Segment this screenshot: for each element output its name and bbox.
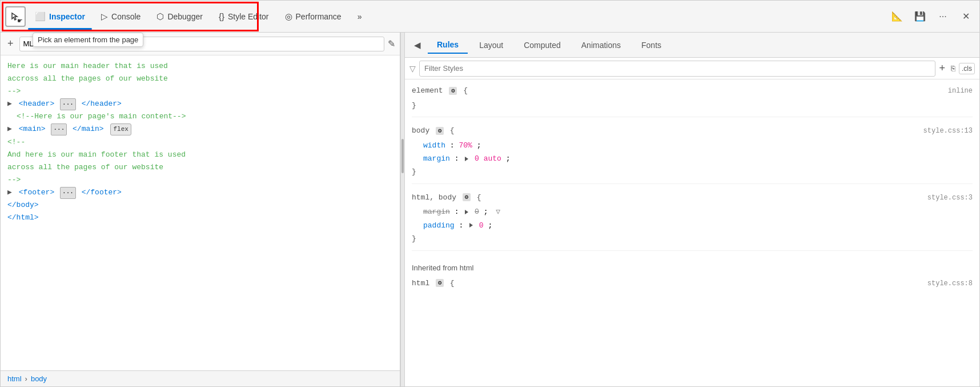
breadcrumb-body[interactable]: body	[31, 374, 47, 383]
prop-width-value[interactable]: 70%	[459, 141, 472, 150]
tab-fonts-label: Fonts	[641, 41, 661, 50]
scrollbar-thumb[interactable]	[401, 139, 404, 173]
performance-icon: ◎	[285, 11, 292, 22]
rule-source-html-body: style.css:3	[927, 192, 973, 205]
comment-text-2: accross all the pages of our website	[7, 74, 168, 83]
main-expand-badge[interactable]: ···	[51, 123, 67, 135]
menu-button[interactable]: ···	[934, 7, 952, 26]
tab-console[interactable]: ▷ Console	[94, 8, 147, 25]
filter-property-icon[interactable]: ▽	[496, 208, 500, 216]
more-tabs-button[interactable]: »	[351, 9, 369, 25]
footer-expand-badge[interactable]: ···	[60, 187, 76, 199]
comment-text-6: And here is our main footer that is used	[7, 150, 186, 159]
padding-arrow-icon[interactable]	[469, 223, 473, 228]
html-body-properties: margin : 0 ; ▽ padding : 0 ;	[412, 205, 973, 232]
save-button[interactable]: 💾	[911, 7, 929, 26]
tab-rules-label: Rules	[437, 40, 459, 49]
main-open-tag: <main>	[19, 125, 46, 133]
body-properties: width : 70% ; margin : 0 auto ;	[412, 139, 973, 166]
devtools-container: Pick an element from the page ☛ ⬜ Inspec…	[0, 0, 980, 387]
header-open-tag: <header>	[19, 99, 54, 108]
prop-margin-name[interactable]: margin	[423, 154, 450, 163]
more-tabs-label: »	[358, 12, 362, 21]
save-icon: 💾	[914, 11, 926, 22]
tab-performance[interactable]: ◎ Performance	[278, 8, 348, 25]
gear-icon[interactable]: ⚙	[449, 87, 457, 95]
html-body-close-brace: }	[412, 234, 416, 243]
comment-text-7: across all the pages of our website	[7, 163, 163, 171]
sub-tabs: ◀ Rules Layout Computed Animations Fonts	[405, 33, 979, 58]
margin-arrow-icon[interactable]	[465, 157, 468, 161]
tab-inspector[interactable]: ⬜ Inspector	[28, 8, 92, 25]
flex-badge[interactable]: flex	[110, 123, 131, 135]
header-expand-badge[interactable]: ···	[60, 98, 76, 110]
ruler-button[interactable]: 📐	[888, 7, 906, 26]
tab-debugger[interactable]: ⬡ Debugger	[150, 8, 210, 25]
tab-layout[interactable]: Layout	[470, 37, 512, 53]
html-open-brace: {	[450, 279, 455, 288]
cls-button[interactable]: .cls	[959, 63, 975, 74]
header-node[interactable]: ▶ <header> ··· </header>	[7, 98, 393, 110]
rule-html-header: html ⚙ { style.css:8	[412, 277, 973, 290]
tab-rules[interactable]: Rules	[428, 37, 468, 54]
comment-line-2: accross all the pages of our website	[7, 73, 393, 85]
body-selector-text: body	[412, 126, 429, 135]
breadcrumb-html[interactable]: html	[7, 374, 22, 383]
html-selector-text: html	[412, 279, 429, 288]
expand-footer-icon[interactable]: ▶	[7, 186, 14, 199]
filter-bar: ▽ + ⎘ .cls	[405, 58, 979, 79]
toolbar-right: 📐 💾 ··· ✕	[888, 7, 975, 26]
add-node-button[interactable]: +	[5, 38, 16, 50]
comment-line-3: -->	[7, 85, 393, 98]
margin-arrow2-icon[interactable]	[465, 210, 468, 214]
prop-padding-value[interactable]: 0	[479, 221, 484, 230]
expand-main-icon[interactable]: ▶	[7, 123, 14, 135]
prop-semi4: ;	[488, 221, 492, 230]
pick-element-button[interactable]: ☛	[5, 6, 26, 27]
console-icon: ▷	[101, 11, 108, 22]
prop-margin-st-value[interactable]: 0	[475, 208, 479, 216]
toolbar-left: ☛ ⬜ Inspector ▷ Console ⬡ Debugger {} St…	[5, 6, 368, 27]
footer-close-tag: </footer>	[82, 188, 122, 197]
tab-animations[interactable]: Animations	[572, 37, 630, 53]
prop-semi: ;	[477, 141, 481, 150]
filter-styles-input[interactable]	[419, 61, 935, 77]
prop-colon4: :	[459, 221, 468, 230]
tooltip-text: Pick an element from the page	[38, 35, 138, 44]
prop-margin-strikethrough: margin : 0 ; ▽	[423, 205, 973, 218]
tab-style-editor[interactable]: {} Style Editor	[212, 8, 276, 25]
footer-node[interactable]: ▶ <footer> ··· </footer>	[7, 186, 393, 199]
tab-layout-label: Layout	[479, 41, 503, 50]
add-rule-button[interactable]: +	[939, 62, 945, 74]
edit-html-button[interactable]: ✎	[388, 38, 395, 49]
toolbar: Pick an element from the page ☛ ⬜ Inspec…	[1, 1, 979, 33]
html-body-gear-icon[interactable]: ⚙	[463, 193, 471, 201]
expand-header-icon[interactable]: ▶	[7, 98, 14, 110]
html-gear-icon[interactable]: ⚙	[436, 279, 444, 287]
body-gear-icon[interactable]: ⚙	[436, 127, 444, 135]
prop-margin-st-name[interactable]: margin	[423, 208, 450, 216]
inherited-header-text: Inherited from html	[412, 264, 473, 272]
footer-open-tag: <footer>	[19, 188, 54, 197]
header-close-tag: </header>	[82, 99, 122, 108]
comment-line-5: <!--	[7, 136, 393, 149]
prop-semi2: ;	[506, 154, 511, 163]
rule-source-inline: inline	[948, 85, 973, 98]
style-editor-label: Style Editor	[228, 12, 269, 21]
prop-width-name[interactable]: width	[423, 141, 445, 150]
prop-padding: padding : 0 ;	[423, 219, 973, 232]
close-button[interactable]: ✕	[957, 7, 975, 26]
prop-padding-name[interactable]: padding	[423, 221, 455, 230]
comment-text-3: -->	[7, 87, 21, 95]
hand-cursor-icon: ☛	[17, 17, 23, 25]
prop-margin-value[interactable]: 0 auto	[475, 154, 501, 163]
copy-rule-button[interactable]: ⎘	[951, 64, 955, 73]
main-node[interactable]: ▶ <main> ··· </main> flex	[7, 123, 393, 135]
back-pane-button[interactable]: ◀	[409, 37, 425, 53]
tab-computed[interactable]: Computed	[515, 37, 570, 53]
tab-fonts[interactable]: Fonts	[632, 37, 670, 53]
inherited-header: Inherited from html	[412, 258, 973, 277]
scrollbar-divider[interactable]	[400, 33, 405, 386]
rule-html-body-header: html, body ⚙ { style.css:3	[412, 191, 973, 205]
open-brace: {	[463, 86, 468, 95]
